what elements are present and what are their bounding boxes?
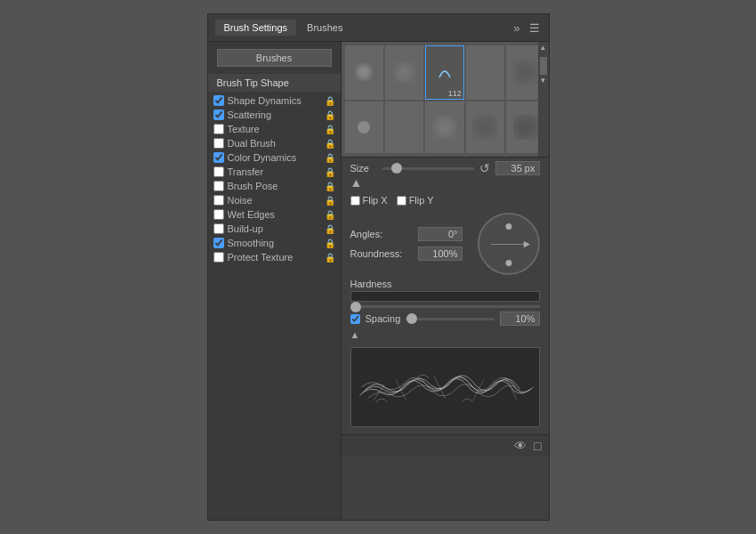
scattering-checkbox[interactable]	[213, 109, 224, 120]
scrollbar-down-arrow[interactable]: ▼	[538, 75, 549, 86]
size-slider[interactable]	[382, 167, 474, 170]
thumb-cell-2[interactable]	[385, 45, 423, 100]
panel-header-icons: » ☰	[511, 21, 541, 35]
brush-shape-8	[431, 114, 458, 141]
size-value-input[interactable]	[495, 161, 540, 175]
flip-x-checkbox[interactable]	[350, 196, 360, 206]
noise-checkbox[interactable]	[213, 195, 224, 206]
transfer-checkbox[interactable]	[213, 166, 224, 177]
shape-dynamics-label: Shape Dynamics	[228, 95, 302, 106]
tab-brush-settings[interactable]: Brush Settings	[215, 20, 297, 36]
sidebar-item-protect-texture[interactable]: Protect Texture 🔒	[208, 250, 341, 264]
spacing-checkbox[interactable]	[350, 314, 360, 324]
thumb-cell-1[interactable]	[345, 45, 383, 100]
brush-thumbnails: 112	[342, 42, 549, 158]
tab-brushes[interactable]: Brushes	[298, 20, 351, 36]
brush-shape-6	[350, 114, 377, 141]
color-dynamics-checkbox[interactable]	[213, 152, 224, 163]
new-document-icon[interactable]: □	[534, 439, 541, 453]
sidebar-item-brush-pose[interactable]: Brush Pose 🔒	[208, 179, 341, 193]
sidebar-item-transfer[interactable]: Transfer 🔒	[208, 165, 341, 179]
scrollbar-thumb[interactable]	[540, 57, 547, 75]
thumb-cell-8[interactable]	[425, 101, 463, 154]
brushes-button[interactable]: Brushes	[217, 49, 332, 67]
panel-header: Brush Settings Brushes » ☰	[208, 14, 549, 42]
sidebar-item-color-dynamics[interactable]: Color Dynamics 🔒	[208, 150, 341, 165]
flip-y-label: Flip Y	[409, 195, 434, 206]
sidebar-item-wet-edges[interactable]: Wet Edges 🔒	[208, 207, 341, 222]
lock-icon-noise: 🔒	[325, 196, 335, 206]
roundness-value-input[interactable]	[418, 247, 462, 261]
lock-icon-scattering: 🔒	[325, 110, 335, 120]
shape-dynamics-checkbox[interactable]	[213, 95, 224, 106]
sidebar-item-dual-brush[interactable]: Dual Brush 🔒	[208, 136, 341, 150]
thumb-cell-6[interactable]	[345, 101, 383, 154]
size-triangle-row: ▲	[342, 175, 549, 191]
circle-control[interactable]: ►	[478, 213, 540, 275]
brush-pose-label: Brush Pose	[228, 181, 278, 191]
svg-point-3	[516, 62, 535, 82]
thumb-cell-9[interactable]	[466, 101, 504, 154]
scrollbar-up-arrow[interactable]: ▲	[538, 42, 549, 53]
sidebar-item-build-up[interactable]: Build-up 🔒	[208, 222, 341, 236]
thumbnail-grid: 112	[342, 42, 549, 157]
roundness-label: Roundness:	[350, 248, 413, 259]
reset-size-icon[interactable]: ↺	[479, 161, 490, 175]
sidebar: Brushes Brush Tip Shape Shape Dynamics 🔒…	[208, 42, 342, 520]
svg-point-2	[474, 61, 495, 83]
panel-body: Brushes Brush Tip Shape Shape Dynamics 🔒…	[208, 42, 549, 520]
thumb-cell-3-selected[interactable]: 112	[425, 45, 463, 100]
build-up-label: Build-up	[228, 223, 263, 234]
spacing-row: Spacing	[342, 308, 549, 329]
svg-point-8	[516, 117, 535, 137]
size-row: Size ↺	[342, 158, 549, 175]
brush-pose-checkbox[interactable]	[213, 181, 224, 191]
roundness-row: Roundness:	[350, 247, 469, 261]
thumb-number: 112	[448, 89, 462, 98]
wet-edges-checkbox[interactable]	[213, 209, 224, 220]
angle-controls: Angles: Roundness:	[350, 227, 469, 261]
sidebar-item-smoothing[interactable]: Smoothing 🔒	[208, 236, 341, 250]
svg-point-5	[397, 119, 413, 135]
size-triangle-icon: ▲	[350, 175, 363, 190]
wet-edges-label: Wet Edges	[228, 209, 276, 220]
panel-footer: 👁 □	[342, 434, 549, 457]
angle-value-input[interactable]	[418, 227, 462, 241]
sidebar-item-shape-dynamics[interactable]: Shape Dynamics 🔒	[208, 93, 341, 108]
lock-icon-shape-dynamics: 🔒	[325, 96, 335, 106]
eye-icon[interactable]: 👁	[514, 439, 527, 453]
spacing-slider[interactable]	[406, 318, 494, 320]
svg-point-1	[396, 63, 414, 81]
sidebar-item-texture[interactable]: Texture 🔒	[208, 122, 341, 136]
thumb-cell-7[interactable]	[385, 101, 423, 154]
circle-dot-bottom[interactable]	[505, 260, 511, 266]
lock-icon-transfer: 🔒	[325, 167, 335, 177]
svg-point-4	[358, 121, 370, 134]
hardness-label: Hardness	[350, 279, 540, 289]
thumb-cell-4[interactable]	[466, 45, 504, 100]
menu-icon[interactable]: ☰	[527, 21, 542, 35]
texture-checkbox[interactable]	[213, 124, 224, 134]
sidebar-item-noise[interactable]: Noise 🔒	[208, 193, 341, 207]
spacing-triangle-icon: ▲	[350, 329, 360, 340]
dual-brush-label: Dual Brush	[228, 138, 276, 149]
smoothing-checkbox[interactable]	[213, 238, 224, 248]
brush-tip-shape-header[interactable]: Brush Tip Shape	[208, 74, 341, 92]
main-content: 112	[342, 42, 549, 520]
size-label: Size	[350, 163, 377, 174]
svg-point-0	[357, 65, 371, 79]
thumbnail-scrollbar[interactable]: ▲ ▼	[538, 42, 549, 157]
spacing-label: Spacing	[366, 313, 401, 324]
sidebar-item-scattering[interactable]: Scattering 🔒	[208, 108, 341, 122]
flip-y-checkbox[interactable]	[397, 196, 406, 206]
flip-y-check: Flip Y	[397, 195, 434, 206]
expand-icon[interactable]: »	[511, 21, 521, 35]
spacing-value-input[interactable]	[500, 312, 540, 326]
dual-brush-checkbox[interactable]	[213, 138, 224, 149]
smoothing-label: Smoothing	[228, 238, 275, 248]
brush-shape-1	[350, 59, 377, 85]
brush-shape-4	[471, 59, 498, 85]
protect-texture-checkbox[interactable]	[213, 252, 224, 263]
circle-inner-line	[491, 244, 527, 245]
build-up-checkbox[interactable]	[213, 223, 224, 234]
